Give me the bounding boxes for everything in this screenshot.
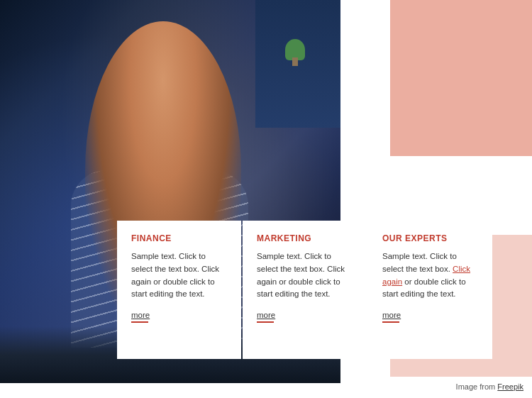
finance-card: FINANCE Sample text. Click to select the… (117, 221, 241, 359)
deco-rect-top (390, 0, 532, 156)
marketing-more-line (257, 321, 274, 323)
finance-more-link[interactable]: more (131, 311, 227, 319)
marketing-card-body: Sample text. Click to select the text bo… (257, 250, 353, 301)
marketing-card: MARKETING Sample text. Click to select t… (243, 221, 367, 359)
experts-card-body: Sample text. Click to select the text bo… (382, 250, 478, 301)
experts-card-title: OUR EXPERTS (382, 233, 478, 243)
freepik-link[interactable]: Freepik (497, 382, 523, 391)
attribution-prefix: Image from (456, 382, 496, 391)
marketing-card-title: MARKETING (257, 233, 353, 243)
finance-card-title: FINANCE (131, 233, 227, 243)
experts-more-line (382, 321, 399, 323)
cards-area: FINANCE Sample text. Click to select the… (117, 221, 492, 359)
experts-body-before-link: Sample text. Click to select the text bo… (382, 252, 457, 273)
finance-more-line (131, 321, 148, 323)
attribution: Image from Freepik (456, 382, 523, 391)
plant-decoration (285, 39, 305, 60)
experts-card: OUR EXPERTS Sample text. Click to select… (368, 221, 492, 359)
page-container: FINANCE Sample text. Click to select the… (0, 0, 532, 398)
lamp-light (184, 99, 227, 149)
finance-card-body: Sample text. Click to select the text bo… (131, 250, 227, 301)
experts-more-link[interactable]: more (382, 311, 478, 319)
shelf-area (255, 0, 340, 128)
marketing-more-link[interactable]: more (257, 311, 353, 319)
